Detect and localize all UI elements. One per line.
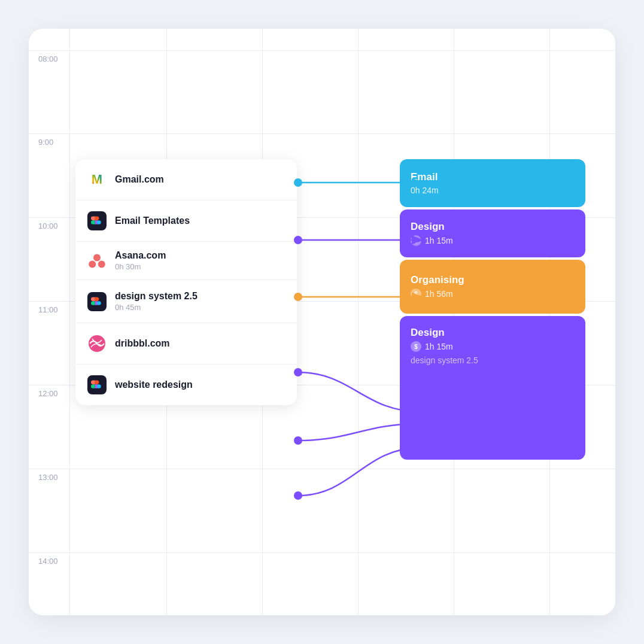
time-row-0900: 9:00 <box>29 133 615 147</box>
time-label: 12:00 <box>29 385 65 398</box>
svg-point-1 <box>93 254 101 261</box>
time-row-1400: 14:00 <box>29 552 615 566</box>
svg-point-0 <box>97 220 101 224</box>
organising-event-block[interactable]: Organising $ 1h 56m <box>400 260 585 314</box>
event-title: Email <box>411 171 575 183</box>
design-event-block-1[interactable]: Design $ 1h 15m <box>400 209 585 257</box>
event-duration: 0h 24m <box>411 186 439 195</box>
time-label: 11:00 <box>29 302 65 314</box>
time-label: 08:00 <box>29 51 65 63</box>
svg-point-2 <box>89 260 96 268</box>
event-title: Organising <box>411 274 575 286</box>
source-item-name: Gmail.com <box>115 174 285 185</box>
svg-point-3 <box>98 260 105 268</box>
source-item-name: Email Templates <box>115 215 285 226</box>
list-item[interactable]: website redesign <box>75 364 297 405</box>
asana-icon <box>87 251 107 271</box>
event-title: Design <box>411 327 575 339</box>
source-item-info: design system 2.5 0h 45m <box>115 291 285 312</box>
time-row-0800: 08:00 <box>29 50 615 63</box>
calendar-container: 08:00 9:00 10:00 11:00 12:00 13:00 14:00… <box>29 29 615 615</box>
source-item-info: website redesign <box>115 379 285 390</box>
list-item[interactable]: Email Templates <box>75 201 297 242</box>
source-item-time: 0h 30m <box>115 262 285 271</box>
figma-icon <box>87 211 107 230</box>
list-item[interactable]: M Gmail.com <box>75 159 297 201</box>
list-item[interactable]: design system 2.5 0h 45m <box>75 280 297 323</box>
figma-icon <box>87 292 107 311</box>
time-row-1300: 13:00 <box>29 469 615 482</box>
event-duration: 1h 56m <box>425 289 453 299</box>
figma-icon <box>87 375 107 394</box>
list-item[interactable]: Asana.com 0h 30m <box>75 242 297 280</box>
source-item-name: Asana.com <box>115 250 285 261</box>
time-label: 10:00 <box>29 218 65 230</box>
event-title: Design <box>411 221 575 233</box>
event-duration: 1h 15m <box>425 236 453 245</box>
list-item[interactable]: dribbbl.com <box>75 323 297 364</box>
coin-icon: $ <box>411 288 421 299</box>
svg-point-4 <box>97 301 101 305</box>
events-panel: Email 0h 24m Design $ 1h 15m Organising … <box>400 159 585 462</box>
event-duration: 1h 15m <box>425 342 453 351</box>
event-meta: $ 1h 15m <box>411 341 575 352</box>
grid-col-4 <box>358 29 359 615</box>
dribbble-icon <box>87 334 107 353</box>
source-item-info: Asana.com 0h 30m <box>115 250 285 271</box>
email-event-block[interactable]: Email 0h 24m <box>400 159 585 207</box>
coin-icon: $ <box>411 235 421 246</box>
time-label: 13:00 <box>29 469 65 482</box>
source-item-info: Gmail.com <box>115 174 285 185</box>
event-subtitle: design system 2.5 <box>411 356 575 365</box>
coin-icon: $ <box>411 341 421 352</box>
time-label: 14:00 <box>29 553 65 566</box>
source-panel: M Gmail.com Email Templates <box>75 159 297 405</box>
time-label: 9:00 <box>29 134 65 147</box>
source-item-info: Email Templates <box>115 215 285 226</box>
event-meta: $ 1h 15m <box>411 235 575 246</box>
svg-point-6 <box>97 384 101 388</box>
gmail-icon: M <box>87 170 107 189</box>
design-event-block-2[interactable]: Design $ 1h 15m design system 2.5 <box>400 316 585 460</box>
source-item-time: 0h 45m <box>115 303 285 312</box>
source-item-info: dribbbl.com <box>115 338 285 349</box>
source-item-name: design system 2.5 <box>115 291 285 302</box>
grid-col-1 <box>69 29 70 615</box>
event-meta: $ 1h 56m <box>411 288 575 299</box>
source-item-name: website redesign <box>115 379 285 390</box>
source-item-name: dribbbl.com <box>115 338 285 349</box>
event-meta: 0h 24m <box>411 186 575 195</box>
